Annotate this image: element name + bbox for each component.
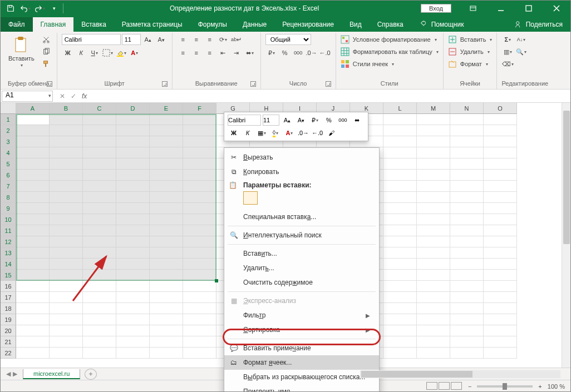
cell[interactable]: [50, 214, 83, 225]
add-sheet-button[interactable]: ＋: [85, 369, 97, 380]
cell[interactable]: [116, 203, 150, 214]
mini-merge-icon[interactable]: ⬌: [351, 115, 363, 126]
cell[interactable]: [16, 348, 50, 359]
row-header[interactable]: 7: [1, 181, 16, 192]
cell[interactable]: [417, 136, 450, 147]
wrap-text-icon[interactable]: ab↵: [230, 34, 243, 45]
cell[interactable]: [83, 170, 116, 181]
column-header[interactable]: D: [116, 103, 150, 114]
column-header[interactable]: B: [50, 103, 83, 114]
row-header[interactable]: 11: [1, 225, 16, 236]
cell[interactable]: [50, 203, 83, 214]
cell[interactable]: [150, 181, 183, 192]
row-header[interactable]: 20: [1, 325, 16, 336]
cell[interactable]: [383, 225, 417, 236]
cell[interactable]: [16, 236, 50, 247]
cell[interactable]: [116, 325, 150, 336]
cell[interactable]: [183, 136, 216, 147]
increase-decimal-icon[interactable]: .0→: [306, 47, 318, 58]
decrease-decimal-icon[interactable]: ←.0: [319, 47, 331, 58]
column-header[interactable]: M: [417, 103, 450, 114]
cell[interactable]: [116, 136, 150, 147]
cell[interactable]: [50, 125, 83, 136]
cell[interactable]: [150, 247, 183, 259]
row-header[interactable]: 9: [1, 203, 16, 214]
tab-formulas[interactable]: Формулы: [190, 17, 235, 32]
cell[interactable]: [50, 292, 83, 303]
cell[interactable]: [383, 303, 417, 314]
cell[interactable]: [383, 292, 417, 303]
undo-icon[interactable]: ▾: [18, 2, 32, 14]
tab-review[interactable]: Рецензирование: [274, 17, 342, 32]
mini-dec-decimal-icon[interactable]: ←.0: [311, 127, 323, 138]
font-color-icon[interactable]: A▾: [129, 47, 141, 58]
cell[interactable]: [450, 336, 484, 348]
share-button[interactable]: Поделиться: [507, 17, 570, 32]
cell[interactable]: [50, 236, 83, 247]
cell[interactable]: [183, 236, 216, 247]
fill-handle[interactable]: [215, 279, 218, 282]
mini-bold-icon[interactable]: Ж: [228, 127, 240, 138]
cell[interactable]: [383, 270, 417, 281]
ctx-define-name[interactable]: Присвоить имя...: [224, 384, 379, 392]
borders-icon[interactable]: ▾: [102, 47, 114, 58]
mini-borders-icon[interactable]: ▦▾: [255, 127, 268, 138]
mini-decrease-font-icon[interactable]: A▾: [295, 115, 307, 126]
cell[interactable]: [50, 192, 83, 203]
cell[interactable]: [484, 203, 517, 214]
sheet-nav[interactable]: ◀▶: [1, 370, 23, 378]
column-header[interactable]: E: [150, 103, 183, 114]
tab-data[interactable]: Данные: [235, 17, 274, 32]
cell[interactable]: [50, 147, 83, 158]
mini-font-size[interactable]: [263, 115, 279, 126]
cell[interactable]: [183, 303, 216, 314]
ctx-smart-lookup[interactable]: 🔍Интеллектуальный поиск: [224, 228, 379, 242]
cell[interactable]: [150, 259, 183, 270]
cell[interactable]: [16, 114, 50, 125]
cell[interactable]: [383, 203, 417, 214]
cell[interactable]: [383, 125, 417, 136]
font-name-combo[interactable]: [62, 34, 121, 45]
sort-filter-icon[interactable]: A↓▾: [515, 34, 527, 45]
cell[interactable]: [417, 292, 450, 303]
cell[interactable]: [450, 214, 484, 225]
cell[interactable]: [183, 259, 216, 270]
cell[interactable]: [383, 314, 417, 325]
cell[interactable]: [150, 303, 183, 314]
decrease-indent-icon[interactable]: ⇤: [217, 47, 229, 58]
cell[interactable]: [183, 314, 216, 325]
cell[interactable]: [83, 181, 116, 192]
row-header[interactable]: 14: [1, 259, 16, 270]
format-painter-icon[interactable]: [40, 58, 52, 70]
mini-increase-font-icon[interactable]: A▴: [281, 115, 293, 126]
cell[interactable]: [183, 114, 216, 125]
cell[interactable]: [484, 114, 517, 125]
dialog-launcher-icon[interactable]: [47, 81, 52, 87]
cell[interactable]: [50, 114, 83, 125]
cell[interactable]: [450, 292, 484, 303]
cell[interactable]: [16, 259, 50, 270]
mini-percent-icon[interactable]: %: [323, 115, 335, 126]
tab-home[interactable]: Главная: [33, 17, 74, 32]
cell[interactable]: [83, 236, 116, 247]
cell[interactable]: [383, 192, 417, 203]
cell[interactable]: [484, 192, 517, 203]
cell[interactable]: [450, 236, 484, 247]
cell[interactable]: [183, 348, 216, 359]
cell[interactable]: [484, 247, 517, 259]
cell[interactable]: [16, 136, 50, 147]
cell[interactable]: [116, 303, 150, 314]
cell[interactable]: [83, 136, 116, 147]
mini-italic-icon[interactable]: К: [242, 127, 254, 138]
ctx-delete[interactable]: Удалить...: [224, 261, 379, 275]
column-header[interactable]: A: [16, 103, 50, 114]
tab-file[interactable]: Файл: [1, 17, 33, 32]
tab-page-layout[interactable]: Разметка страницы: [114, 17, 190, 32]
cell[interactable]: [484, 259, 517, 270]
ctx-clear-contents[interactable]: Очистить содержимое: [224, 275, 379, 290]
cell[interactable]: [16, 203, 50, 214]
cell[interactable]: [116, 348, 150, 359]
cell[interactable]: [484, 136, 517, 147]
cell[interactable]: [383, 136, 417, 147]
cell[interactable]: [83, 125, 116, 136]
